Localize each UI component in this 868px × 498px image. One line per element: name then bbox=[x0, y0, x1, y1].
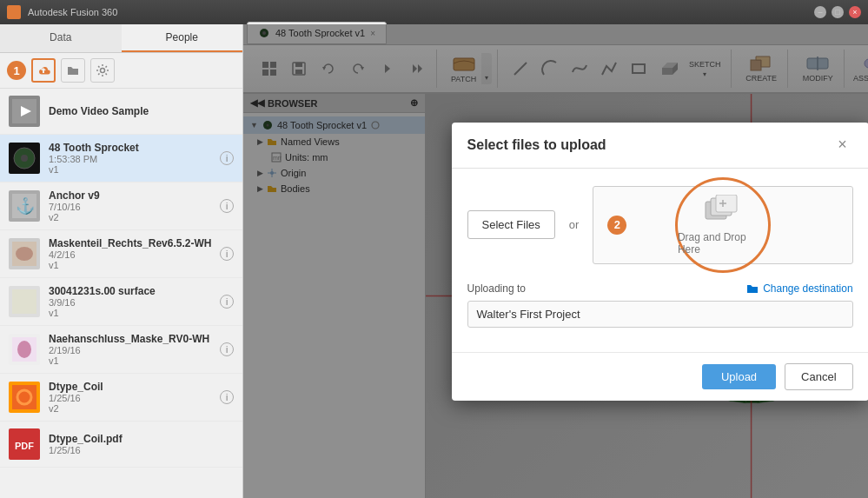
app-title: Autodesk Fusion 360 bbox=[28, 7, 814, 17]
or-label: or bbox=[569, 218, 580, 231]
svg-point-4 bbox=[21, 155, 28, 162]
settings-button[interactable] bbox=[90, 58, 115, 83]
file-version: v1 bbox=[49, 260, 220, 270]
file-name: 30041231s.00 surface bbox=[49, 285, 220, 297]
change-dest-label: Change destination bbox=[763, 282, 852, 295]
file-name: Anchor v9 bbox=[49, 189, 220, 202]
file-info-button[interactable]: i bbox=[220, 390, 234, 404]
file-thumbnail bbox=[9, 286, 40, 317]
file-info-button[interactable]: i bbox=[220, 342, 234, 356]
drop-files-icon bbox=[704, 195, 742, 226]
file-info-button[interactable]: i bbox=[220, 295, 234, 309]
file-thumbnail: PDF bbox=[9, 428, 40, 460]
destination-value: Walter's First Project bbox=[467, 301, 853, 328]
file-info: Demo Video Sample bbox=[49, 105, 234, 117]
file-thumbnail bbox=[9, 238, 40, 269]
file-info: 48 Tooth Sprocket 1:53:38 PM v1 bbox=[49, 142, 220, 175]
file-version: v1 bbox=[49, 308, 220, 318]
uploading-label: Uploading to bbox=[467, 282, 526, 295]
uploading-to-section: Uploading to Change destination Walter's… bbox=[467, 282, 853, 328]
toolbar-step-number: 1 bbox=[7, 61, 26, 80]
select-files-button[interactable]: Select Files bbox=[467, 210, 555, 239]
panel-toolbar: 1 bbox=[0, 53, 242, 89]
file-date: 3/9/16 bbox=[49, 297, 220, 308]
cloud-upload-button[interactable] bbox=[31, 58, 56, 83]
drop-circle: Drag and Drop Here bbox=[675, 177, 771, 273]
cloud-icon bbox=[36, 63, 50, 77]
drop-here-text: Drag and Drop Here bbox=[678, 231, 768, 256]
folder-button[interactable] bbox=[61, 58, 85, 83]
list-item[interactable]: Naehanschluss_Maske_RV0-WH 2/19/16 v1 i bbox=[0, 326, 242, 374]
upload-area: Select Files or 2 bbox=[467, 186, 853, 264]
file-thumbnail bbox=[9, 96, 40, 127]
maximize-button[interactable]: □ bbox=[832, 6, 844, 18]
list-item[interactable]: 48 Tooth Sprocket 1:53:38 PM v1 i bbox=[0, 135, 242, 183]
file-info-button[interactable]: i bbox=[220, 199, 234, 213]
list-item[interactable]: Maskenteil_Rechts_Rev6.5.2-WH 4/2/16 v1 … bbox=[0, 230, 242, 278]
window-controls: – □ × bbox=[814, 6, 861, 18]
file-info: 30041231s.00 surface 3/9/16 v1 bbox=[49, 285, 220, 318]
svg-text:⚓: ⚓ bbox=[16, 196, 36, 216]
svg-point-11 bbox=[17, 341, 31, 358]
modal-close-button[interactable]: × bbox=[832, 135, 853, 156]
list-item[interactable]: Demo Video Sample bbox=[0, 89, 242, 135]
file-thumbnail bbox=[9, 382, 40, 413]
file-thumbnail: ⚓ bbox=[9, 190, 40, 222]
file-name: 48 Tooth Sprocket bbox=[49, 142, 220, 154]
svg-point-0 bbox=[101, 69, 105, 73]
file-version: v1 bbox=[49, 355, 220, 366]
list-item[interactable]: 30041231s.00 surface 3/9/16 v1 i bbox=[0, 278, 242, 326]
file-version: v2 bbox=[49, 403, 220, 414]
drop-zone[interactable]: 2 Drag and Drop Here bbox=[593, 186, 852, 264]
file-name: Dtype_Coil.pdf bbox=[49, 433, 234, 445]
panel-tabs: Data People bbox=[0, 24, 242, 53]
list-item[interactable]: Dtype_Coil 1/25/16 v2 i bbox=[0, 374, 242, 422]
file-date: 4/2/16 bbox=[49, 249, 220, 260]
svg-rect-9 bbox=[12, 289, 36, 314]
file-name: Maskenteil_Rechts_Rev6.5.2-WH bbox=[49, 237, 220, 249]
modal-header: Select files to upload × bbox=[452, 123, 868, 169]
modal-body: Select Files or 2 bbox=[452, 169, 868, 352]
file-name: Naehanschluss_Maske_RV0-WH bbox=[49, 333, 220, 345]
file-thumbnail bbox=[9, 334, 40, 365]
right-panel: 48 Tooth Sprocket v1 × bbox=[243, 24, 868, 498]
file-version: v1 bbox=[49, 164, 220, 175]
upload-modal: Select files to upload × Select Files or… bbox=[452, 123, 868, 401]
file-info-button[interactable]: i bbox=[220, 151, 234, 165]
file-date: 1/25/16 bbox=[49, 393, 220, 403]
file-info: Dtype_Coil.pdf 1/25/16 bbox=[49, 433, 234, 455]
svg-rect-12 bbox=[12, 385, 36, 409]
upload-button[interactable]: Upload bbox=[702, 364, 776, 389]
file-list: Demo Video Sample 48 Tooth Sprocket 1:53… bbox=[0, 89, 242, 498]
file-info: Anchor v9 7/10/16 v2 bbox=[49, 189, 220, 222]
list-item[interactable]: PDF Dtype_Coil.pdf 1/25/16 bbox=[0, 422, 242, 468]
uploading-header: Uploading to Change destination bbox=[467, 282, 853, 295]
modal-title: Select files to upload bbox=[467, 137, 606, 153]
modal-overlay: Select files to upload × Select Files or… bbox=[243, 24, 868, 498]
file-info: Maskenteil_Rechts_Rev6.5.2-WH 4/2/16 v1 bbox=[49, 237, 220, 270]
list-item[interactable]: ⚓ Anchor v9 7/10/16 v2 i bbox=[0, 183, 242, 230]
svg-text:PDF: PDF bbox=[15, 441, 34, 451]
main-layout: Data People 1 bbox=[0, 24, 868, 498]
tab-people[interactable]: People bbox=[122, 24, 243, 52]
titlebar: Autodesk Fusion 360 – □ × bbox=[0, 0, 868, 24]
file-name: Dtype_Coil bbox=[49, 381, 220, 393]
app-icon bbox=[7, 5, 21, 19]
close-button[interactable]: × bbox=[849, 6, 861, 18]
file-date: 2/19/16 bbox=[49, 345, 220, 355]
svg-point-8 bbox=[16, 247, 33, 261]
file-info-button[interactable]: i bbox=[220, 247, 234, 261]
change-destination-button[interactable]: Change destination bbox=[745, 282, 852, 295]
tab-data[interactable]: Data bbox=[0, 24, 122, 52]
file-date: 1/25/16 bbox=[49, 445, 234, 455]
drop-step-number: 2 bbox=[607, 216, 626, 235]
modal-footer: Upload Cancel bbox=[452, 352, 868, 401]
file-date: 1:53:38 PM bbox=[49, 154, 220, 164]
file-version: v2 bbox=[49, 212, 220, 222]
cancel-button[interactable]: Cancel bbox=[785, 363, 852, 390]
minimize-button[interactable]: – bbox=[814, 6, 826, 18]
left-panel: Data People 1 bbox=[0, 24, 243, 498]
file-thumbnail bbox=[9, 143, 40, 174]
file-info: Naehanschluss_Maske_RV0-WH 2/19/16 v1 bbox=[49, 333, 220, 366]
folder-icon bbox=[66, 63, 80, 77]
